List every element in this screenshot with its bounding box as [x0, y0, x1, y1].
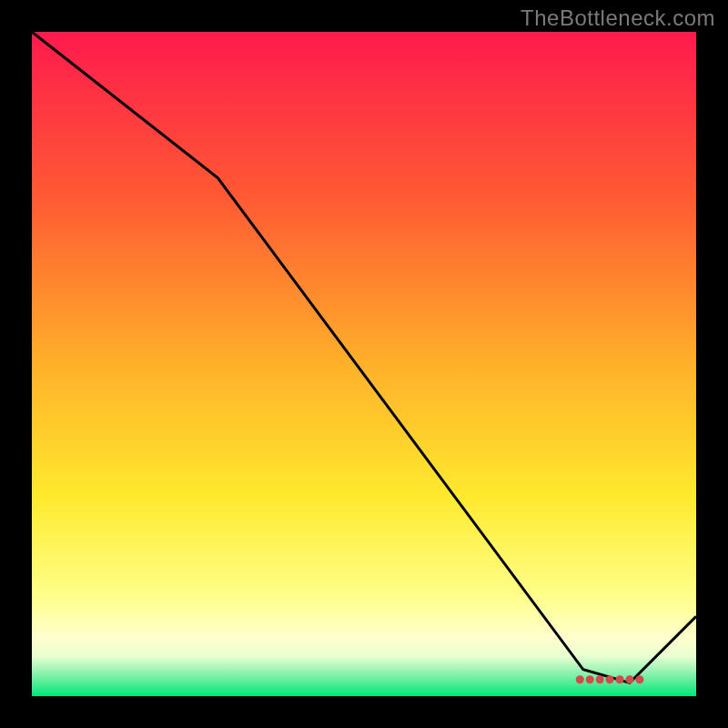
watermark-text: TheBottleneck.com: [521, 5, 715, 31]
gradient-background: [32, 32, 696, 696]
marker-dot: [586, 675, 594, 683]
plot-area: [32, 32, 696, 696]
marker-dot: [616, 675, 624, 683]
marker-dot: [606, 675, 614, 683]
chart-svg: [32, 32, 696, 696]
chart-frame: TheBottleneck.com: [0, 0, 728, 728]
marker-dot: [596, 675, 604, 683]
marker-dot: [576, 675, 584, 683]
marker-dot: [626, 675, 634, 683]
marker-dot: [635, 675, 643, 683]
